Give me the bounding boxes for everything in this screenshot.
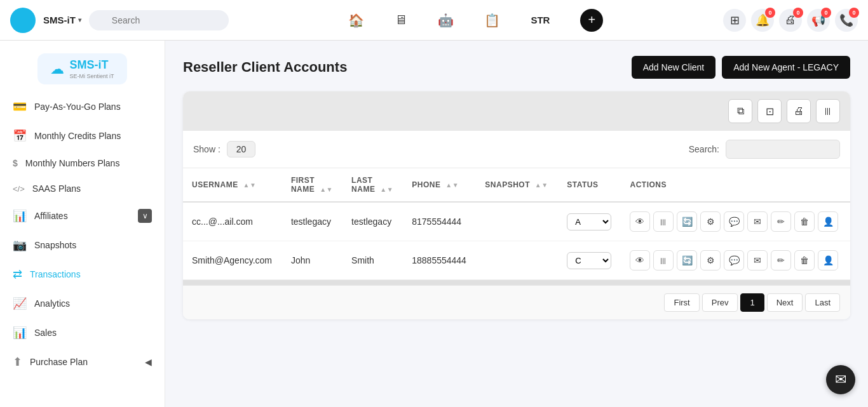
sidebar-label-pay-as-you-go: Pay-As-You-Go Plans (34, 102, 152, 112)
notifications-btn[interactable]: 🔔 0 (751, 9, 774, 32)
export-toolbar-btn[interactable]: ⊡ (757, 99, 782, 123)
table-search-input[interactable] (726, 140, 840, 159)
clipboard-icon[interactable]: 📋 (484, 13, 500, 28)
add-client-button[interactable]: Add New Client (632, 56, 716, 79)
chat-fab-icon: ✉ (835, 371, 846, 388)
row2-bars-btn[interactable]: ⫼ (653, 250, 674, 270)
str-label[interactable]: STR (531, 15, 550, 25)
print-btn[interactable]: 🖨 0 (779, 9, 802, 32)
chat-fab-btn[interactable]: ✉ (826, 365, 855, 394)
current-page-btn[interactable]: 1 (740, 293, 764, 312)
row2-edit-btn[interactable]: ✏ (771, 250, 791, 270)
table-search-label: Search: (689, 144, 719, 154)
row1-view-btn[interactable]: 👁 (630, 211, 650, 232)
lastname-sort-icon[interactable]: ▲▼ (380, 186, 393, 193)
monitor-icon[interactable]: 🖥 (395, 13, 407, 27)
prev-page-btn[interactable]: Prev (702, 293, 738, 312)
affiliates-expand-icon[interactable]: ∨ (138, 209, 152, 223)
row2-email-btn[interactable]: ✉ (747, 250, 768, 270)
horizontal-scrollbar[interactable] (183, 280, 850, 285)
columns-toolbar-btn[interactable]: ⫼ (816, 99, 840, 123)
sidebar-label-transactions: Transactions (30, 269, 152, 279)
row2-action-btns: 👁 ⫼ 🔄 ⚙ 💬 ✉ ✏ 🗑 👤 (630, 250, 841, 270)
snapshot-sort-icon[interactable]: ▲▼ (535, 182, 548, 189)
row2-settings-btn[interactable]: ⚙ (700, 250, 721, 270)
sidebar-item-pay-as-you-go[interactable]: 💳 Pay-As-You-Go Plans (0, 92, 165, 121)
sidebar-label-snapshots: Snapshots (34, 240, 152, 250)
add-button[interactable]: + (580, 9, 603, 32)
col-username: USERNAME ▲▼ (183, 168, 282, 202)
cloud-icon: ☁ (50, 61, 64, 77)
sidebar-item-monthly-numbers[interactable]: $ Monthly Numbers Plans (0, 150, 165, 176)
row1-status-select[interactable]: A C I (567, 213, 611, 230)
sidebar-collapse-icon[interactable]: ◀ (145, 357, 152, 367)
plus-icon: + (588, 13, 596, 27)
calendar-icon: 📅 (13, 129, 27, 143)
row2-user-btn[interactable]: 👤 (818, 250, 838, 270)
row1-email-btn[interactable]: ✉ (747, 211, 768, 232)
row1-settings-btn[interactable]: ⚙ (700, 211, 721, 232)
row1-sync-btn[interactable]: 🔄 (677, 211, 697, 232)
show-count: 20 (227, 141, 256, 157)
row2-view-btn[interactable]: 👁 (630, 250, 650, 270)
announcements-btn[interactable]: 📢 0 (807, 9, 830, 32)
email-icon: ✉ (754, 217, 761, 227)
robot-icon[interactable]: 🤖 (438, 13, 454, 28)
row2-status[interactable]: C A I (558, 241, 621, 280)
row2-chat-btn[interactable]: 💬 (724, 250, 744, 270)
row1-username: cc...@...ail.com (183, 202, 282, 241)
print-toolbar-btn[interactable]: 🖨 (787, 99, 811, 123)
row1-actions: 👁 ⫼ 🔄 ⚙ 💬 ✉ ✏ 🗑 👤 (621, 202, 850, 241)
row1-user-btn[interactable]: 👤 (818, 211, 838, 232)
sidebar-item-purchase-plan[interactable]: ⬆ Purchase Plan ◀ (0, 347, 165, 377)
row1-delete-btn[interactable]: 🗑 (794, 211, 815, 232)
copy-toolbar-btn[interactable]: ⧉ (728, 99, 752, 123)
edit-icon: ✏ (777, 217, 785, 227)
home-icon[interactable]: 🏠 (348, 13, 364, 28)
sidebar-item-monthly-credits[interactable]: 📅 Monthly Credits Plans (0, 121, 165, 150)
row2-sync-btn[interactable]: 🔄 (677, 250, 697, 270)
table-row: cc...@...ail.com testlegacy testlegacy 8… (183, 202, 850, 241)
row2-status-select[interactable]: C A I (567, 252, 611, 269)
layout: ☁ SMS-iT SE-Mi Sentient iT 💳 Pay-As-You-… (0, 41, 868, 407)
row2-delete-btn[interactable]: 🗑 (794, 250, 815, 270)
firstname-sort-icon[interactable]: ▲▼ (320, 186, 333, 193)
logo-avatar[interactable] (10, 8, 36, 33)
sidebar-item-sales[interactable]: 📊 Sales (0, 318, 165, 347)
main-content: Reseller Client Accounts Add New Client … (165, 41, 868, 407)
code-icon: </> (13, 184, 25, 194)
sidebar-item-transactions[interactable]: ⇄ Transactions (0, 260, 165, 289)
row1-bars-btn[interactable]: ⫼ (653, 211, 674, 232)
topnav: SMS-iT ▾ 🔍 🏠 🖥 🤖 📋 STR + ⊞ 🔔 0 🖨 0 📢 0 (0, 0, 868, 41)
row1-status[interactable]: A C I (558, 202, 621, 241)
sidebar-item-analytics[interactable]: 📈 Analytics (0, 289, 165, 318)
next-page-btn[interactable]: Next (767, 293, 803, 312)
eye-icon: 👁 (635, 255, 644, 265)
row1-edit-btn[interactable]: ✏ (771, 211, 791, 232)
sidebar-item-affiliates[interactable]: 📊 Affiliates ∨ (0, 201, 165, 230)
sidebar-logo: ☁ SMS-iT SE-Mi Sentient iT (0, 41, 165, 92)
table-header-row: USERNAME ▲▼ FIRSTNAME ▲▼ LASTNAME ▲▼ (183, 168, 850, 202)
bars-icon: ⫼ (659, 217, 668, 227)
grid-icon-btn[interactable]: ⊞ (723, 9, 746, 32)
brand-name[interactable]: SMS-iT ▾ (43, 15, 81, 25)
sidebar-label-purchase-plan: Purchase Plan (30, 357, 137, 367)
gear-icon: ⚙ (707, 255, 715, 265)
phone-sort-icon[interactable]: ▲▼ (445, 182, 459, 189)
status-col-label: STATUS (567, 180, 598, 189)
sidebar-item-saas-plans[interactable]: </> SAAS Plans (0, 176, 165, 201)
row1-chat-btn[interactable]: 💬 (724, 211, 744, 232)
search-input[interactable] (89, 10, 229, 30)
sidebar-item-snapshots[interactable]: 📷 Snapshots (0, 230, 165, 260)
username-sort-icon[interactable]: ▲▼ (243, 182, 257, 189)
phone-btn[interactable]: 📞 0 (835, 9, 858, 32)
add-agent-button[interactable]: Add New Agent - LEGACY (722, 56, 850, 79)
last-page-btn[interactable]: Last (805, 293, 840, 312)
col-status: STATUS (558, 168, 621, 202)
pagination: First Prev 1 Next Last (183, 285, 850, 319)
gear-icon: ⚙ (707, 217, 715, 227)
print-toolbar-icon: 🖨 (794, 105, 804, 117)
row2-lastname: Smith (342, 241, 403, 280)
first-page-btn[interactable]: First (664, 293, 699, 312)
table-search-wrap: Search: (689, 140, 840, 159)
